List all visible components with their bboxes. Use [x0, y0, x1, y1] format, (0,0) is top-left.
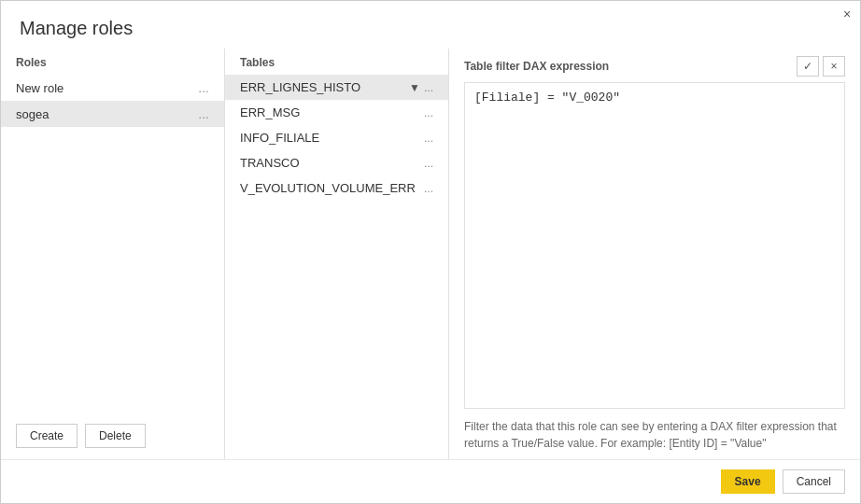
table-item-err-msg[interactable]: ERR_MSG ... [225, 100, 448, 125]
tables-panel-header: Tables [225, 49, 448, 75]
create-button[interactable]: Create [16, 424, 78, 448]
dialog-title: Manage roles [1, 1, 860, 49]
table-item-transco-dots[interactable]: ... [424, 157, 433, 170]
role-item-new-role-label: New role [16, 81, 198, 95]
dax-close-button[interactable]: × [823, 56, 845, 77]
cancel-button[interactable]: Cancel [783, 469, 845, 494]
table-item-v-evolution-volume-err[interactable]: V_EVOLUTION_VOLUME_ERR ... [225, 175, 448, 201]
dax-hint: Filter the data that this role can see b… [449, 409, 860, 459]
role-item-new-role[interactable]: New role ... [1, 75, 224, 101]
dax-confirm-button[interactable]: ✓ [797, 56, 819, 77]
roles-list: New role ... sogea ... [1, 75, 224, 413]
dialog-body: Roles New role ... sogea ... Create Dele… [1, 49, 860, 459]
table-item-v-evolution-volume-err-dots[interactable]: ... [424, 182, 433, 195]
dax-expression-area[interactable]: [Filiale] = "V_0020" [464, 82, 845, 409]
table-item-err-lignes-histo-dots[interactable]: ... [424, 81, 433, 94]
dax-header-buttons: ✓ × [797, 56, 845, 77]
table-item-err-lignes-histo[interactable]: ERR_LIGNES_HISTO ▼ ... [225, 75, 448, 100]
dax-panel: Table filter DAX expression ✓ × [Filiale… [449, 49, 860, 459]
table-item-v-evolution-volume-err-icons: ... [424, 182, 433, 195]
roles-panel: Roles New role ... sogea ... Create Dele… [1, 49, 225, 459]
table-item-info-filiale-label: INFO_FILIALE [240, 131, 424, 145]
manage-roles-dialog: × Manage roles Roles New role ... sogea … [0, 0, 861, 504]
table-item-info-filiale-dots[interactable]: ... [424, 132, 433, 145]
save-button[interactable]: Save [721, 469, 775, 494]
table-item-err-msg-dots[interactable]: ... [424, 106, 433, 119]
table-item-info-filiale-icons: ... [424, 132, 433, 145]
dax-header: Table filter DAX expression ✓ × [449, 49, 860, 82]
role-item-sogea-menu[interactable]: ... [198, 106, 209, 121]
table-item-err-lignes-histo-icons: ▼ ... [409, 81, 433, 94]
table-item-err-msg-label: ERR_MSG [240, 105, 424, 119]
roles-panel-header: Roles [1, 49, 224, 75]
table-item-err-msg-icons: ... [424, 106, 433, 119]
roles-actions: Create Delete [1, 413, 224, 459]
role-item-sogea[interactable]: sogea ... [1, 101, 224, 127]
table-item-transco[interactable]: TRANSCO ... [225, 150, 448, 175]
dialog-footer: Save Cancel [1, 459, 860, 503]
table-item-transco-label: TRANSCO [240, 156, 424, 170]
role-item-sogea-label: sogea [16, 107, 198, 121]
table-item-transco-icons: ... [424, 157, 433, 170]
table-item-err-lignes-histo-label: ERR_LIGNES_HISTO [240, 80, 409, 94]
dax-header-title: Table filter DAX expression [464, 60, 609, 73]
tables-panel: Tables ERR_LIGNES_HISTO ▼ ... ERR_MSG ..… [225, 49, 449, 459]
tables-list: ERR_LIGNES_HISTO ▼ ... ERR_MSG ... INFO_… [225, 75, 448, 459]
table-item-v-evolution-volume-err-label: V_EVOLUTION_VOLUME_ERR [240, 181, 424, 195]
table-item-info-filiale[interactable]: INFO_FILIALE ... [225, 125, 448, 150]
dialog-close-button[interactable]: × [838, 5, 856, 23]
delete-button[interactable]: Delete [85, 424, 146, 448]
filter-icon: ▼ [409, 81, 420, 94]
role-item-new-role-menu[interactable]: ... [198, 80, 209, 95]
